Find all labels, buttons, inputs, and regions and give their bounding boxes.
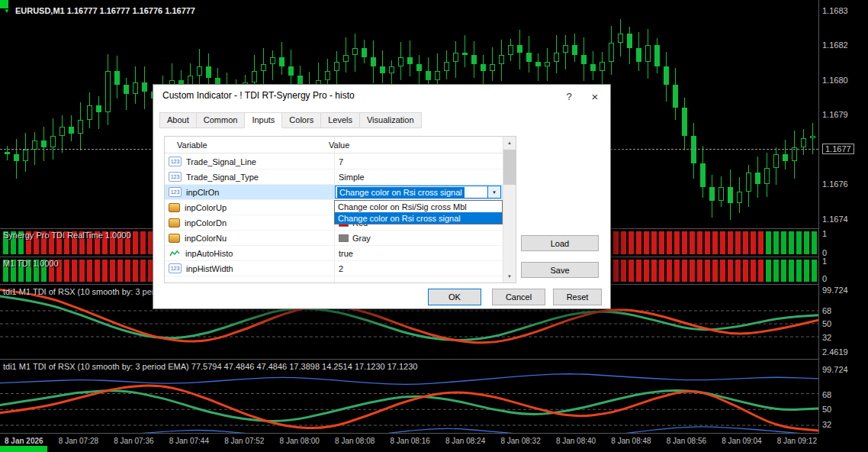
- param-value-cell[interactable]: Simple: [334, 170, 503, 184]
- param-name-cell[interactable]: inpAutoHisto: [165, 246, 334, 260]
- candle-wick: [538, 53, 538, 81]
- param-name-cell[interactable]: inpColorNu: [165, 231, 334, 245]
- candle-body: [764, 168, 770, 184]
- param-name: inpAutoHisto: [185, 249, 233, 258]
- time-label: 8 Jan 07:36: [114, 437, 153, 450]
- param-name-cell[interactable]: 123inpHistWidth: [165, 261, 334, 276]
- tab-about[interactable]: About: [159, 112, 197, 128]
- scroll-thumb[interactable]: [503, 150, 516, 185]
- time-label: 8 Jan 08:48: [611, 437, 651, 450]
- tab-common[interactable]: Common: [196, 112, 246, 128]
- param-row-inpColorNu[interactable]: inpColorNuGray: [165, 231, 503, 246]
- numeric-icon: 123: [169, 172, 182, 182]
- param-row-inpHistWidth[interactable]: 123inpHistWidth2: [165, 261, 503, 276]
- ok-button[interactable]: OK: [428, 289, 481, 305]
- candle-body: [719, 187, 724, 201]
- dropdown-item[interactable]: Change color on Rsi cross signal: [335, 212, 502, 224]
- save-button[interactable]: Save: [521, 262, 599, 278]
- param-name-cell[interactable]: 123inpClrOn: [165, 185, 334, 199]
- param-name-cell[interactable]: 123Trade_Signal_Line: [165, 154, 334, 169]
- indicator-label: tdi1 M1 TDI of RSX (10 smooth by: 3 peri…: [3, 362, 417, 371]
- histogram-bar: [110, 260, 115, 282]
- candle-body: [508, 45, 513, 54]
- param-row-Trade_Signal_Type[interactable]: 123Trade_Signal_TypeSimple: [165, 170, 503, 185]
- candle-body: [709, 187, 715, 201]
- param-value-cell[interactable]: true: [334, 246, 503, 260]
- tab-visualization[interactable]: Visualization: [359, 112, 422, 128]
- dialog-tabs: AboutCommonInputsColorsLevelsVisualizati…: [159, 112, 421, 128]
- axis-label: 1.1674: [822, 215, 848, 224]
- candle-body: [618, 34, 623, 43]
- candle-body: [371, 57, 376, 66]
- param-name-cell[interactable]: inpColorDn: [165, 215, 334, 230]
- candle-body: [499, 55, 504, 64]
- histogram-bar: [728, 260, 733, 282]
- param-row-inpAutoHisto[interactable]: inpAutoHistotrue: [165, 246, 503, 261]
- chart-line-icon: [169, 249, 181, 258]
- time-axis: 8 Jan 20268 Jan 07:288 Jan 07:368 Jan 07…: [0, 434, 818, 450]
- candle-body: [87, 105, 92, 119]
- param-row-Trade_Signal_Line[interactable]: 123Trade_Signal_Line7: [165, 154, 503, 170]
- candle-body: [78, 120, 83, 134]
- param-name: inpHistWidth: [186, 264, 233, 273]
- param-name-cell[interactable]: 123Trade_Signal_Type: [165, 170, 334, 184]
- param-name: inpColorDn: [185, 218, 227, 228]
- window-separator[interactable]: [0, 433, 818, 434]
- histogram-bar: [667, 260, 672, 282]
- load-button[interactable]: Load: [521, 235, 599, 251]
- candle-body: [545, 62, 550, 66]
- chevron-down-icon[interactable]: ▼: [487, 186, 500, 198]
- reset-button[interactable]: Reset: [553, 289, 602, 305]
- candle-body: [773, 154, 779, 168]
- collapse-triangle-icon[interactable]: ▼: [4, 8, 10, 15]
- scroll-down-icon[interactable]: ▼: [503, 270, 516, 282]
- dropdown-item[interactable]: Change color on Rsi/Sig cross Mbl: [335, 201, 502, 212]
- help-button[interactable]: ?: [558, 89, 580, 104]
- histogram-bar: [697, 231, 702, 254]
- histogram-bar: [712, 231, 718, 254]
- table-scrollbar[interactable]: ▲ ▼: [503, 137, 516, 282]
- candle-wick: [272, 50, 273, 80]
- histogram-bar: [766, 260, 771, 282]
- tab-inputs[interactable]: Inputs: [244, 112, 282, 128]
- candle-body: [114, 71, 120, 85]
- axis-label: 1.1683: [822, 6, 848, 15]
- tab-levels[interactable]: Levels: [320, 112, 360, 128]
- window-separator[interactable]: [0, 359, 818, 360]
- histogram-bar: [613, 260, 619, 282]
- candle-body: [288, 66, 294, 76]
- histogram-bar: [117, 260, 123, 282]
- param-row-inpClrOn[interactable]: 123inpClrOnChange color on Rsi cross sig…: [165, 185, 503, 200]
- dialog-title: Custom Indicator - ! TDI RT-Synergy Pro …: [162, 90, 355, 101]
- histogram-bar: [636, 231, 641, 254]
- tab-colors[interactable]: Colors: [281, 112, 321, 128]
- green-marker-bottom: [0, 446, 47, 452]
- price-axis: 1.16831.16821.16801.16791.16771.16761.16…: [821, 0, 868, 434]
- histogram-bar: [651, 260, 657, 282]
- candle-body: [563, 45, 568, 52]
- candle-body: [471, 55, 477, 64]
- histogram-bar: [720, 231, 725, 254]
- time-label: 8 Jan 07:44: [169, 437, 209, 450]
- histogram-bar: [659, 231, 664, 254]
- candle-body: [334, 62, 339, 71]
- clron-combobox[interactable]: Change color on Rsi cross signal▼: [335, 186, 501, 199]
- histogram-bar: [697, 260, 702, 282]
- candle-body: [407, 57, 413, 64]
- param-name-cell[interactable]: inpColorUp: [165, 200, 334, 215]
- close-icon[interactable]: ×: [584, 89, 606, 104]
- param-value-cell[interactable]: 2: [334, 261, 503, 276]
- param-value-cell[interactable]: Gray: [334, 231, 503, 245]
- candle-body: [682, 108, 687, 135]
- param-value-cell[interactable]: 7: [334, 154, 503, 169]
- time-label: 8 Jan 08:56: [667, 437, 706, 450]
- dialog-titlebar[interactable]: Custom Indicator - ! TDI RT-Synergy Pro …: [153, 85, 610, 106]
- param-value-cell[interactable]: Change color on Rsi cross signal▼: [334, 185, 503, 199]
- cancel-button[interactable]: Cancel: [492, 289, 545, 305]
- time-label: 8 Jan 07:52: [224, 437, 264, 450]
- scroll-up-icon[interactable]: ▲: [503, 137, 516, 149]
- candle-body: [252, 71, 257, 82]
- time-label: 8 Jan 08:08: [335, 437, 375, 450]
- histogram-bar: [690, 260, 695, 282]
- histogram-bar: [659, 260, 664, 282]
